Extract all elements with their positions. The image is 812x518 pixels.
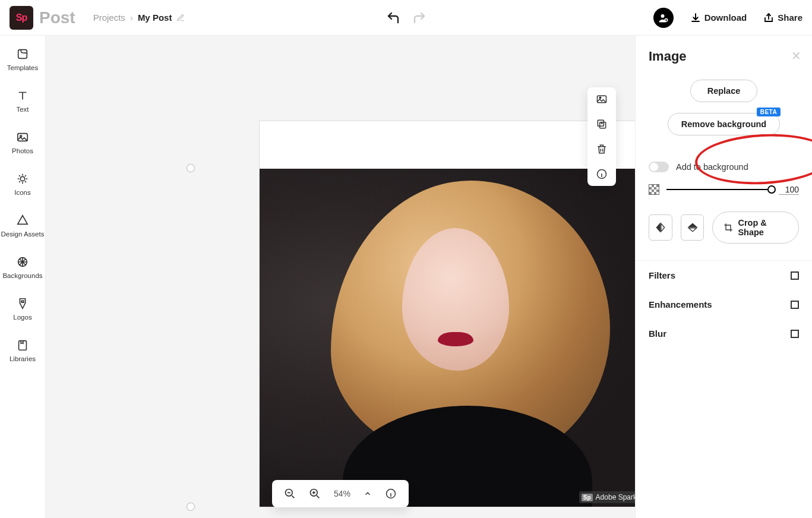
crop-shape-button[interactable]: Crop & Shape (712, 211, 799, 244)
opacity-slider-knob[interactable] (767, 185, 776, 194)
watermark-text: Adobe Spark (596, 493, 637, 501)
rail-text[interactable]: Text (0, 89, 45, 113)
flip-vertical-button[interactable] (681, 214, 704, 241)
rail-label: Icons (14, 189, 31, 196)
image-fill-icon[interactable] (596, 93, 608, 105)
replace-button[interactable]: Replace (690, 80, 758, 102)
duplicate-icon[interactable] (596, 118, 608, 130)
context-toolbar (587, 87, 616, 186)
backgrounds-icon (16, 255, 29, 269)
rail-label: Text (16, 106, 29, 113)
svg-rect-10 (600, 122, 606, 128)
close-panel-button[interactable]: ✕ (791, 49, 801, 63)
expand-icon (791, 301, 799, 309)
svg-rect-7 (19, 341, 27, 350)
blur-label: Blur (649, 329, 666, 339)
replace-label: Replace (707, 86, 741, 96)
rail-label: Design Assets (1, 230, 45, 238)
zoom-bar: 54% (272, 480, 409, 507)
edit-title-icon[interactable] (176, 14, 185, 22)
design-assets-icon (16, 214, 29, 227)
svg-rect-2 (18, 50, 27, 59)
zoom-menu-chevron-up-icon[interactable] (364, 489, 372, 498)
rail-label: Backgrounds (2, 272, 42, 279)
expand-icon (791, 330, 799, 338)
left-rail: Templates Text Photos Icons Design Asset… (0, 36, 46, 518)
history-tools (386, 11, 426, 25)
remove-bg-label: Remove background (681, 119, 766, 129)
top-bar: Sp Post Projects › My Post Download (0, 0, 812, 36)
remove-background-button[interactable]: Remove background BETA (668, 113, 780, 135)
filters-section[interactable]: Filters (649, 261, 799, 290)
panel-title: Image (649, 49, 799, 64)
selected-image[interactable]: Sp Adobe Spark (260, 169, 645, 507)
icons-icon (16, 172, 29, 185)
libraries-icon (16, 339, 29, 352)
opacity-icon (649, 184, 659, 195)
add-to-background-label: Add to background (676, 162, 748, 172)
enhancements-label: Enhancements (649, 299, 712, 309)
rail-templates[interactable]: Templates (0, 48, 45, 71)
chevron-right-icon: › (130, 12, 133, 23)
svg-rect-11 (598, 120, 604, 126)
svg-point-9 (599, 97, 601, 99)
canvas-info-icon[interactable] (385, 488, 397, 500)
rail-libraries[interactable]: Libraries (0, 339, 45, 362)
rail-photos[interactable]: Photos (0, 131, 45, 154)
download-button[interactable]: Download (690, 12, 747, 23)
share-label: Share (778, 12, 802, 23)
resize-handle-bl[interactable] (187, 503, 194, 510)
breadcrumb-current: My Post (138, 12, 172, 23)
text-icon (16, 89, 29, 102)
zoom-out-button[interactable] (284, 488, 296, 500)
enhancements-section[interactable]: Enhancements (649, 290, 799, 319)
templates-icon (16, 48, 29, 61)
app-logo[interactable]: Sp (10, 6, 33, 30)
invite-button[interactable] (653, 8, 674, 28)
rail-label: Templates (7, 64, 38, 71)
delete-icon[interactable] (596, 143, 608, 155)
zoom-level[interactable]: 54% (334, 489, 350, 498)
crop-icon (723, 223, 733, 232)
watermark-badge: Sp (582, 494, 593, 501)
share-button[interactable]: Share (763, 12, 802, 23)
add-to-background-toggle[interactable] (649, 162, 669, 172)
opacity-slider[interactable] (666, 189, 772, 190)
resize-handle-tl[interactable] (187, 165, 194, 172)
rail-label: Photos (12, 147, 33, 154)
logos-icon (16, 297, 29, 310)
rail-logos[interactable]: Logos (0, 297, 45, 321)
image-placeholder-lips (438, 332, 473, 346)
breadcrumb: Projects › My Post (93, 12, 185, 23)
brand-name: Post (39, 8, 75, 27)
undo-button[interactable] (386, 11, 400, 25)
filters-label: Filters (649, 270, 675, 280)
svg-point-5 (20, 176, 24, 181)
opacity-value[interactable]: 100 (779, 185, 799, 195)
download-icon (690, 12, 701, 23)
app-logo-text: Sp (16, 12, 27, 23)
expand-icon (791, 271, 799, 280)
breadcrumb-root-link[interactable]: Projects (93, 12, 125, 23)
flip-horizontal-button[interactable] (649, 214, 672, 241)
beta-badge: BETA (757, 108, 781, 116)
svg-point-0 (661, 14, 664, 18)
rail-design-assets[interactable]: Design Assets (0, 214, 45, 238)
zoom-in-button[interactable] (309, 488, 321, 500)
info-icon[interactable] (596, 168, 608, 180)
watermark[interactable]: Sp Adobe Spark (579, 491, 642, 503)
rail-label: Logos (13, 314, 31, 321)
canvas-area[interactable]: Sp Adobe Spark (46, 36, 635, 518)
rail-backgrounds[interactable]: Backgrounds (0, 255, 45, 279)
annotation-circle (694, 131, 812, 188)
photos-icon (16, 131, 29, 144)
blur-section[interactable]: Blur (649, 319, 799, 348)
rail-label: Libraries (10, 355, 36, 362)
share-icon (763, 12, 774, 23)
properties-panel: Image ✕ Replace Remove background BETA A… (635, 36, 812, 518)
redo-button[interactable] (412, 11, 426, 25)
rail-icons[interactable]: Icons (0, 172, 45, 196)
topbar-actions: Download Share (653, 8, 802, 28)
crop-shape-label: Crop & Shape (738, 218, 788, 237)
download-label: Download (704, 12, 747, 23)
